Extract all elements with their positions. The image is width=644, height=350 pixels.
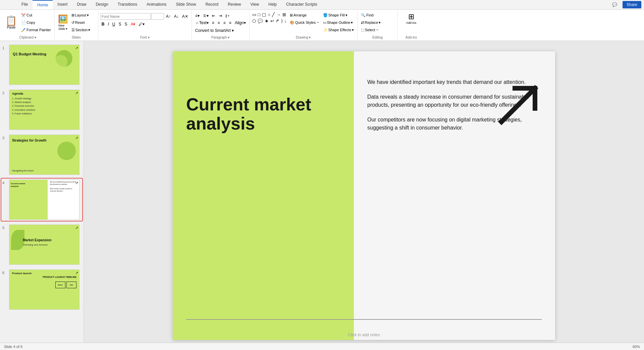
slide1-title: Q1 Budget Meeting xyxy=(13,52,46,56)
paragraph-group-label[interactable]: Paragraph xyxy=(192,35,249,39)
shape-star[interactable]: ★ xyxy=(264,18,269,24)
numbering-button[interactable]: ①▾ xyxy=(202,13,210,18)
smartart-button[interactable]: Convert to SmartArt ▾ xyxy=(194,28,235,33)
replace-button[interactable]: ⇄ Replace ▾ xyxy=(360,19,395,26)
slide-thumb-2[interactable]: 2 Agenda 1. Growth strategy 2. Market an… xyxy=(1,89,82,131)
slide-main-title[interactable]: Current market analysis xyxy=(186,95,334,133)
comment-button[interactable]: 💬 xyxy=(609,1,620,8)
tab-insert[interactable]: Insert xyxy=(53,0,72,9)
slide-num-1: 1 xyxy=(2,46,8,85)
underline-button[interactable]: U xyxy=(111,21,117,27)
select-button[interactable]: ⬚ Select ~ xyxy=(360,27,395,33)
layout-label: Layout xyxy=(75,13,86,17)
align-center-button[interactable]: ≡ xyxy=(216,20,221,26)
tab-animations[interactable]: Animations xyxy=(142,0,171,9)
bold-button[interactable]: B xyxy=(100,21,106,27)
shape-more[interactable]: ⊞ xyxy=(282,12,287,17)
tab-help[interactable]: Help xyxy=(264,0,281,9)
format-painter-label: Format Painter xyxy=(26,28,51,32)
align-text-button[interactable]: Align▾ xyxy=(233,20,247,26)
font-name-input[interactable] xyxy=(100,13,151,20)
shape-rounded-rect[interactable]: ▢ xyxy=(261,12,267,17)
shape-fill-button[interactable]: 🪣 Shape Fill ▾ xyxy=(322,12,355,18)
align-left-button[interactable]: ≡ xyxy=(211,20,216,26)
canvas-area: Current market analysis We have identifi… xyxy=(84,41,644,350)
text-direction-button[interactable]: ↔Text▾ xyxy=(194,20,210,26)
shape-effects-button[interactable]: ✨ Shape Effects ▾ xyxy=(322,27,355,33)
tab-design[interactable]: Design xyxy=(91,0,113,9)
new-slide-button[interactable]: 🖼️ NewSlide ▾ xyxy=(57,14,69,31)
quick-styles-button[interactable]: 🎨 Quick Styles ~ xyxy=(288,19,320,26)
align-right-button[interactable]: ≡ xyxy=(222,20,227,26)
clipboard-group-label[interactable]: Clipboard xyxy=(1,35,54,39)
shape-pentagon[interactable]: ⬠ xyxy=(252,18,257,24)
layout-icon: ⊞ xyxy=(71,13,74,17)
section-button[interactable]: ☰ Section ▾ xyxy=(70,27,92,33)
tab-slideshow[interactable]: Slide Show xyxy=(171,0,201,9)
columns-button[interactable]: ⫿▾ xyxy=(224,13,231,18)
clear-formatting-button[interactable]: A✕ xyxy=(181,14,190,19)
new-slide-icon: 🖼️ xyxy=(58,14,68,24)
paste-button[interactable]: 📋 Paste xyxy=(3,15,19,31)
shape-oval[interactable]: ○ xyxy=(267,12,271,17)
tab-review[interactable]: Review xyxy=(223,0,246,9)
replace-label: Replace xyxy=(365,20,378,24)
slide-thumb-1[interactable]: 1 Q1 Budget Meeting ↗ xyxy=(1,44,82,86)
tab-characterscripts[interactable]: Character Scripts xyxy=(281,0,322,9)
bullets-button[interactable]: ≡▾ xyxy=(194,13,201,18)
slide-thumb-6[interactable]: 6 Product launch PRODUCT LAUNCH TIMELINE… xyxy=(1,268,82,311)
slide-right-panel: We have identified important key trends … xyxy=(354,51,555,340)
tab-view[interactable]: View xyxy=(246,0,264,9)
font-size-input[interactable]: 16 xyxy=(151,13,164,20)
reset-icon: ↺ xyxy=(71,20,74,25)
format-painter-button[interactable]: 🖌️ Format Painter xyxy=(20,27,52,33)
shape-down-arrow[interactable]: ↓ xyxy=(284,18,287,24)
justify-button[interactable]: ≡ xyxy=(228,20,233,26)
tab-file[interactable]: File xyxy=(17,0,33,9)
slide2-items: 1. Growth strategy 2. Market analysis 3.… xyxy=(12,97,35,115)
reset-label: Reset xyxy=(75,20,85,24)
select-icon: ⬚ xyxy=(361,28,364,32)
share-button[interactable]: Share xyxy=(623,1,641,8)
tab-draw[interactable]: Draw xyxy=(72,0,91,9)
slide-thumb-3[interactable]: 3 Strategies for Growth Navigating the f… xyxy=(1,134,82,176)
addins-button[interactable]: ⊞ Add-ins xyxy=(400,12,423,25)
shape-bent-arrow[interactable]: ↱ xyxy=(275,18,280,24)
shape-arrow-right[interactable]: → xyxy=(276,12,281,17)
shape-square[interactable]: □ xyxy=(257,12,261,17)
slide-thumb-4[interactable]: 4 Current marketanalysis We have identif… xyxy=(1,179,82,221)
increase-font-button[interactable]: A↑ xyxy=(165,14,172,19)
layout-button[interactable]: ⊞ Layout ▾ xyxy=(70,12,92,18)
shape-line[interactable]: ╱ xyxy=(271,12,275,17)
shape-callout[interactable]: 💬 xyxy=(257,18,264,24)
shape-outline-button[interactable]: ▭ Shape Outline ▾ xyxy=(322,19,355,26)
find-button[interactable]: 🔍 Find xyxy=(360,12,395,18)
arrange-button[interactable]: ⊞ Arrange xyxy=(288,12,320,18)
slide-notes-hint[interactable]: Click to add notes xyxy=(348,333,380,337)
shape-rectangle[interactable]: ▭ xyxy=(252,12,257,17)
tab-transitions[interactable]: Transitions xyxy=(113,0,142,9)
font-group-label[interactable]: Font xyxy=(98,35,192,39)
drawing-group-label[interactable]: Drawing xyxy=(250,35,357,39)
slide-canvas[interactable]: Current market analysis We have identifi… xyxy=(173,51,555,340)
font-color-button[interactable]: A▾ xyxy=(129,21,137,27)
shape-curved-arrow[interactable]: ↩ xyxy=(270,18,275,24)
find-label: Find xyxy=(366,13,373,17)
increase-indent-button[interactable]: ⇥ xyxy=(217,13,223,18)
quick-styles-label: Quick Styles ~ xyxy=(295,20,319,24)
slide-preview-1: Q1 Budget Meeting ↗ xyxy=(9,45,79,85)
copy-button[interactable]: 📄 Copy xyxy=(20,19,52,26)
shape-effects-icon: ✨ xyxy=(323,28,328,32)
strikethrough-button[interactable]: S xyxy=(117,21,122,27)
tab-record[interactable]: Record xyxy=(201,0,223,9)
italic-button[interactable]: I xyxy=(106,21,110,27)
decrease-font-button[interactable]: A↓ xyxy=(173,14,180,19)
slide-thumb-5[interactable]: 5 Market Expansion Unlocking new horizon… xyxy=(1,223,82,266)
shadow-button[interactable]: S xyxy=(123,21,128,27)
cut-button[interactable]: ✂️ Cut xyxy=(20,12,52,18)
tab-home[interactable]: Home xyxy=(33,0,53,9)
decrease-indent-button[interactable]: ⇤ xyxy=(211,13,217,18)
highlight-button[interactable]: 🖊▾ xyxy=(137,21,146,27)
shape-chevron[interactable]: ⟩ xyxy=(280,18,283,24)
reset-button[interactable]: ↺ Reset xyxy=(70,19,92,26)
